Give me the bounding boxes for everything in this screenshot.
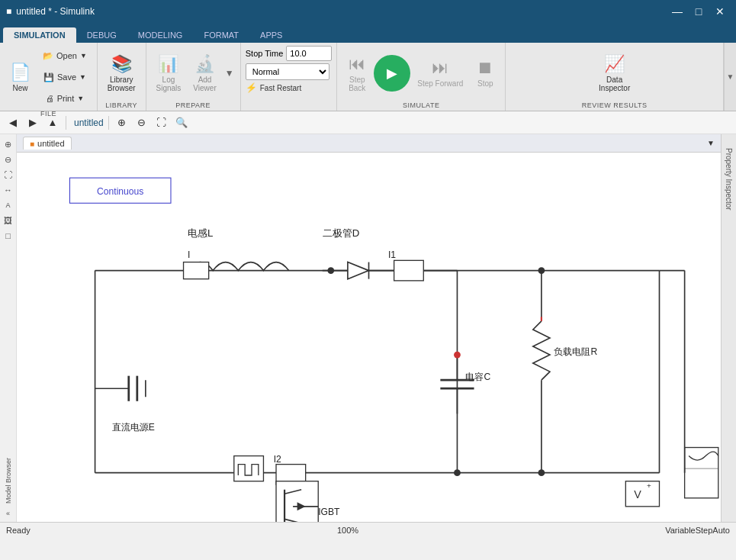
- property-inspector-tab[interactable]: Property Inspector: [722, 142, 735, 217]
- library-group: 📚 Library Browser LIBRARY: [98, 43, 146, 111]
- toolbar-sep-2: [108, 116, 109, 130]
- sidebar-text[interactable]: A: [2, 198, 15, 212]
- new-icon: 📄: [10, 63, 31, 82]
- simulate-btns: ⏮ Step Back ▶ ⏭ Step Forward ⏹ Stop: [342, 46, 500, 100]
- file-btns: 📄 New 📂 Open ▼ 💾 Save ▼ 🖨 Print ▼: [5, 46, 92, 108]
- canvas-tab-icon: ■: [30, 140, 34, 148]
- main-area: ⊕ ⊖ ⛶ ↔ A 🖼 □ Model Browser « ■ untitled…: [0, 134, 736, 522]
- sidebar-fit[interactable]: ⛶: [2, 168, 15, 182]
- canvas-header: ■ untitled ▼: [17, 134, 721, 153]
- library-btns: 📚 Library Browser: [102, 46, 141, 100]
- window-title: untitled * - Simulink: [16, 6, 95, 17]
- zoom-level: 100%: [337, 526, 358, 535]
- svg-rect-29: [276, 481, 318, 522]
- diode-label: 二极管D: [323, 227, 360, 239]
- toolbar-sep-1: [66, 116, 66, 130]
- data-inspector-icon: 📈: [604, 54, 625, 74]
- svg-rect-10: [184, 262, 209, 279]
- file-group: 📄 New 📂 Open ▼ 💾 Save ▼ 🖨 Print ▼: [0, 43, 98, 111]
- step-back-icon: ⏮: [349, 54, 365, 74]
- solver-label: VariableStepAuto: [665, 526, 730, 535]
- print-icon: 🖨: [46, 94, 54, 103]
- app-icon: ■: [6, 6, 11, 17]
- fit-button[interactable]: ⛶: [153, 114, 170, 131]
- right-sidebar: Property Inspector: [721, 134, 736, 522]
- tab-modeling[interactable]: MODELING: [127, 27, 194, 43]
- open-button[interactable]: 📂 Open ▼: [37, 46, 92, 66]
- save-button[interactable]: 💾 Save ▼: [37, 67, 92, 87]
- model-browser-tab[interactable]: Model Browser: [3, 455, 14, 507]
- stop-time-label: Stop Time: [246, 49, 284, 58]
- ribbon-scroll-arrow[interactable]: ▼: [724, 43, 736, 111]
- sidebar-box[interactable]: □: [2, 229, 15, 243]
- save-icon: 💾: [43, 72, 54, 82]
- stop-time-input[interactable]: [286, 46, 332, 61]
- collapse-sidebar-btn[interactable]: «: [5, 508, 11, 519]
- step-back-button[interactable]: ⏮ Step Back: [342, 50, 372, 96]
- tab-simulation[interactable]: SIMULATION: [3, 27, 76, 43]
- fast-restart-icon: ⚡: [246, 82, 257, 93]
- fast-restart-row[interactable]: ⚡ Fast Restart: [246, 82, 333, 93]
- zoom-area-button[interactable]: 🔍: [173, 114, 190, 131]
- svg-rect-40: [625, 481, 659, 507]
- svg-point-48: [538, 267, 545, 274]
- open-icon: 📂: [43, 51, 53, 61]
- run-button[interactable]: ▶: [374, 55, 410, 92]
- svg-rect-43: [685, 448, 718, 498]
- up-button[interactable]: ▲: [44, 114, 61, 131]
- sidebar-arrows[interactable]: ↔: [2, 183, 15, 197]
- prepare-expand-arrow[interactable]: ▼: [223, 68, 236, 79]
- step-forward-icon: ⏭: [432, 58, 448, 78]
- prepare-group: 📊 Log Signals 🔬 Add Viewer ▼ PREPARE: [146, 43, 241, 111]
- zoom-out-button[interactable]: ⊖: [133, 114, 150, 131]
- toolbar: ◀ ▶ ▲ untitled ⊕ ⊖ ⛶ 🔍: [0, 111, 736, 134]
- svg-text:I2: I2: [274, 454, 281, 465]
- ready-status: Ready: [6, 526, 31, 535]
- sidebar-zoom-out[interactable]: ⊖: [2, 153, 15, 166]
- back-button[interactable]: ◀: [5, 114, 21, 131]
- sidebar-zoom-in[interactable]: ⊕: [2, 137, 15, 151]
- canvas-tab[interactable]: ■ untitled: [23, 137, 72, 150]
- ribbon: 📄 New 📂 Open ▼ 💾 Save ▼ 🖨 Print ▼: [0, 43, 736, 111]
- tab-format[interactable]: FORMAT: [193, 27, 249, 43]
- data-inspector-button[interactable]: 📈 Data Inspector: [593, 50, 635, 96]
- ribbon-tabs: SIMULATION DEBUG MODELING FORMAT APPS: [0, 23, 736, 43]
- forward-button[interactable]: ▶: [24, 114, 41, 131]
- left-sidebar: ⊕ ⊖ ⛶ ↔ A 🖼 □ Model Browser «: [0, 134, 17, 522]
- simulate-group: ⏮ Step Back ▶ ⏭ Step Forward ⏹ Stop SIMU…: [337, 43, 506, 111]
- review-btns: 📈 Data Inspector: [593, 46, 635, 100]
- log-signals-button[interactable]: 📊 Log Signals: [151, 50, 187, 96]
- mode-row: Normal Accelerator Rapid Accelerator: [246, 63, 333, 80]
- statusbar: Ready 100% VariableStepAuto: [0, 522, 736, 537]
- new-button[interactable]: 📄 New: [5, 54, 36, 100]
- canvas-tab-arrow[interactable]: ▼: [707, 139, 715, 147]
- svg-point-47: [327, 267, 334, 274]
- stop-button[interactable]: ⏹ Stop: [470, 50, 500, 96]
- fast-restart-label: Fast Restart: [260, 84, 301, 92]
- library-browser-button[interactable]: 📚 Library Browser: [102, 50, 141, 96]
- add-viewer-button[interactable]: 🔬 Add Viewer: [188, 50, 221, 96]
- stop-time-row: Stop Time: [246, 46, 333, 61]
- mode-select[interactable]: Normal Accelerator Rapid Accelerator: [246, 63, 329, 80]
- viewer-icon: 🔬: [194, 54, 215, 74]
- maximize-button[interactable]: □: [689, 4, 709, 19]
- breadcrumb-text: untitled: [74, 117, 104, 128]
- tab-apps[interactable]: APPS: [249, 27, 293, 43]
- prepare-btns: 📊 Log Signals 🔬 Add Viewer ▼: [151, 46, 236, 100]
- tab-debug[interactable]: DEBUG: [76, 27, 127, 43]
- minimize-button[interactable]: —: [667, 4, 687, 19]
- stop-icon: ⏹: [477, 58, 493, 78]
- inductor-label: 电感L: [188, 227, 213, 239]
- review-group: 📈 Data Inspector REVIEW RESULTS: [506, 43, 724, 111]
- svg-point-25: [454, 352, 461, 359]
- titlebar-controls: — □ ✕: [667, 4, 730, 19]
- zoom-in-button[interactable]: ⊕: [114, 114, 130, 131]
- print-button[interactable]: 🖨 Print ▼: [37, 89, 92, 108]
- svg-text:+: +: [647, 481, 651, 490]
- sidebar-image[interactable]: 🖼: [2, 214, 15, 227]
- dc-source-label: 直流电源E: [112, 422, 155, 433]
- svg-rect-16: [394, 260, 424, 281]
- circuit-diagram[interactable]: Continuous 电感L 二极管D 直流电源E I: [17, 153, 721, 522]
- close-button[interactable]: ✕: [710, 4, 730, 19]
- step-forward-button[interactable]: ⏭ Step Forward: [412, 50, 468, 96]
